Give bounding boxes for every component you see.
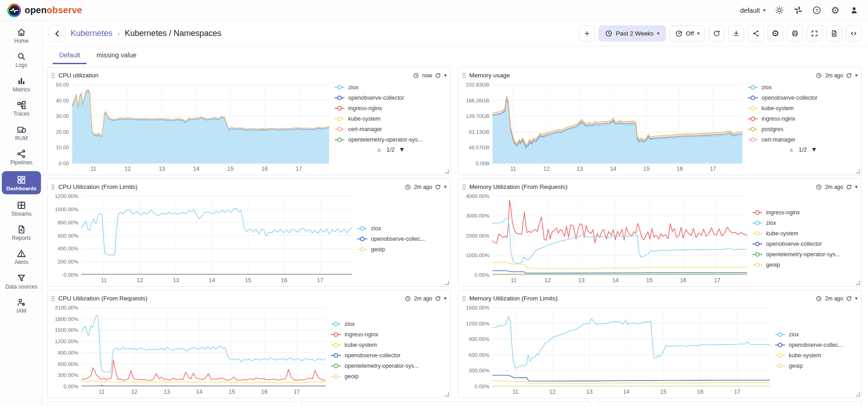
- panel-menu-caret[interactable]: ▾: [855, 295, 858, 301]
- sidebar-item-reports[interactable]: Reports: [2, 222, 41, 243]
- legend-page-up-icon[interactable]: ▲: [376, 146, 382, 153]
- add-panel-button[interactable]: +: [579, 25, 595, 41]
- svg-text:186.26GB: 186.26GB: [466, 98, 489, 103]
- legend-item[interactable]: ziox: [331, 319, 447, 330]
- drag-handle-icon[interactable]: [462, 72, 466, 79]
- legend-item[interactable]: openobserve-collector: [335, 92, 447, 103]
- legend-item[interactable]: ziox: [775, 330, 858, 340]
- legend-item[interactable]: ziox: [748, 82, 858, 92]
- legend-item[interactable]: kube-system: [752, 228, 858, 239]
- legend-item[interactable]: ziox: [752, 218, 858, 228]
- sidebar-item-dashboards[interactable]: Dashboards: [2, 171, 41, 194]
- help-icon[interactable]: ?: [812, 5, 822, 15]
- legend-page-up-icon[interactable]: ▲: [788, 146, 795, 153]
- sidebar-item-pipelines[interactable]: Pipelines: [2, 147, 41, 167]
- panel-refresh-button[interactable]: [435, 184, 441, 190]
- panel-menu-caret[interactable]: ▾: [444, 72, 447, 78]
- legend-label: geoip: [766, 262, 780, 268]
- sidebar-item-iam[interactable]: IAM: [2, 295, 41, 315]
- drag-handle-icon[interactable]: [51, 295, 55, 302]
- legend-label: openobserve-collec...: [371, 236, 425, 242]
- drag-handle-icon[interactable]: [462, 184, 466, 190]
- refresh-button[interactable]: [709, 25, 725, 41]
- panel-refresh-button[interactable]: [846, 295, 852, 302]
- report-button[interactable]: [826, 25, 842, 41]
- legend-page-down-icon[interactable]: ▼: [811, 146, 817, 153]
- drag-handle-icon[interactable]: [51, 184, 55, 190]
- org-selector[interactable]: default ▾: [740, 7, 766, 14]
- legend-item[interactable]: kube-system: [775, 350, 858, 361]
- svg-text:14: 14: [610, 166, 616, 172]
- legend-item[interactable]: openobserve-collector: [752, 239, 858, 249]
- back-button[interactable]: [49, 25, 66, 42]
- legend-item[interactable]: geoip: [357, 244, 447, 254]
- panel-title: Memory usage: [469, 72, 510, 79]
- openobserve-logo[interactable]: openobserve: [7, 4, 82, 17]
- legend-item[interactable]: ingress-nginx: [331, 330, 447, 340]
- sidebar-item-data-sources[interactable]: Data sources: [2, 271, 41, 291]
- legend-item[interactable]: cert-manager: [748, 134, 858, 145]
- legend-item[interactable]: opentelemetry-operator-sys...: [331, 361, 447, 371]
- chart-canvas[interactable]: 232.83GB186.26GB139.70GB93.13GB46.57GB0.…: [462, 81, 746, 173]
- panel-refresh-button[interactable]: [435, 72, 441, 79]
- panel-menu-caret[interactable]: ▾: [444, 295, 447, 301]
- tab-missing-value[interactable]: missing value: [90, 48, 143, 64]
- legend-item[interactable]: openobserve-collector: [331, 350, 447, 361]
- panel-menu-caret[interactable]: ▾: [855, 184, 858, 190]
- sidebar-item-alerts[interactable]: Alerts: [2, 246, 41, 267]
- legend-item[interactable]: geoip: [775, 361, 858, 371]
- sidebar-item-rum[interactable]: RUM: [2, 122, 41, 143]
- download-button[interactable]: [728, 25, 744, 41]
- legend-item[interactable]: ziox: [335, 82, 447, 92]
- fullscreen-button[interactable]: [807, 25, 822, 41]
- sidebar-item-logs[interactable]: Logs: [2, 49, 41, 70]
- drag-handle-icon[interactable]: [462, 295, 466, 302]
- legend-item[interactable]: cert-manager: [335, 124, 447, 134]
- panel-menu-caret[interactable]: ▾: [855, 72, 858, 78]
- panel-refresh-button[interactable]: [435, 295, 441, 302]
- legend-item[interactable]: kube-system: [748, 103, 858, 113]
- legend-item[interactable]: ziox: [357, 223, 447, 233]
- sidebar-item-traces[interactable]: Traces: [2, 98, 41, 118]
- legend-item[interactable]: kube-system: [335, 113, 447, 124]
- sidebar-item-metrics[interactable]: Metrics: [2, 74, 41, 94]
- legend-item[interactable]: ingress-nginx: [752, 208, 858, 218]
- tab-default[interactable]: Default: [53, 48, 86, 64]
- sidebar-item-streams[interactable]: Streams: [2, 198, 41, 218]
- user-icon[interactable]: [849, 5, 859, 15]
- code-view-button[interactable]: [846, 25, 862, 41]
- chart-canvas[interactable]: 1500.00%1200.00%900.00%600.00%300.00%0.0…: [462, 304, 773, 396]
- auto-refresh-picker[interactable]: Off ▾: [670, 25, 705, 41]
- slack-icon[interactable]: [793, 5, 803, 15]
- partial-panel: [47, 401, 295, 406]
- legend-item[interactable]: opentelemetry-operator-sys...: [752, 249, 858, 260]
- legend-pager: ▲1/2▼: [748, 146, 858, 153]
- legend-item[interactable]: openobserve-collector: [748, 92, 858, 103]
- chart-canvas[interactable]: 1200.00%1000.00%800.00%600.00%400.00%200…: [51, 193, 355, 284]
- legend-item[interactable]: ingress-nginx: [335, 103, 447, 113]
- print-button[interactable]: [787, 25, 803, 41]
- legend-item[interactable]: opentelemetry-operator-sys...: [335, 134, 447, 145]
- chart-canvas[interactable]: 4000.00%3000.00%2000.00%1000.00%0.00%111…: [462, 193, 751, 284]
- legend-item[interactable]: geoip: [331, 371, 447, 382]
- legend-item[interactable]: openobserve-collec...: [775, 340, 858, 350]
- drag-handle-icon[interactable]: [51, 72, 55, 79]
- chart-canvas[interactable]: 50.0040.0030.0020.0010.000.0011121314151…: [51, 81, 333, 173]
- legend-item[interactable]: ingress-nginx: [748, 113, 858, 124]
- legend-item[interactable]: kube-system: [331, 340, 447, 350]
- breadcrumb-parent-link[interactable]: Kubernetes: [71, 29, 112, 38]
- sidebar-item-home[interactable]: Home: [2, 25, 41, 46]
- panel-menu-caret[interactable]: ▾: [444, 184, 447, 190]
- settings-gear-icon[interactable]: ⚙: [830, 5, 840, 15]
- chart-canvas[interactable]: 2100.00%1800.00%1500.00%1200.00%900.00%6…: [51, 304, 329, 396]
- time-range-picker[interactable]: Past 2 Weeks ▾: [599, 25, 666, 41]
- legend-item[interactable]: geoip: [752, 260, 858, 270]
- share-button[interactable]: [748, 25, 764, 41]
- panel-refresh-button[interactable]: [846, 72, 852, 79]
- dashboard-settings-button[interactable]: ⚙: [767, 25, 783, 41]
- panel-refresh-button[interactable]: [846, 184, 852, 190]
- theme-sun-icon[interactable]: [774, 5, 784, 15]
- legend-item[interactable]: postgres: [748, 124, 858, 134]
- legend-item[interactable]: openobserve-collec...: [357, 233, 447, 244]
- legend-page-down-icon[interactable]: ▼: [399, 146, 405, 153]
